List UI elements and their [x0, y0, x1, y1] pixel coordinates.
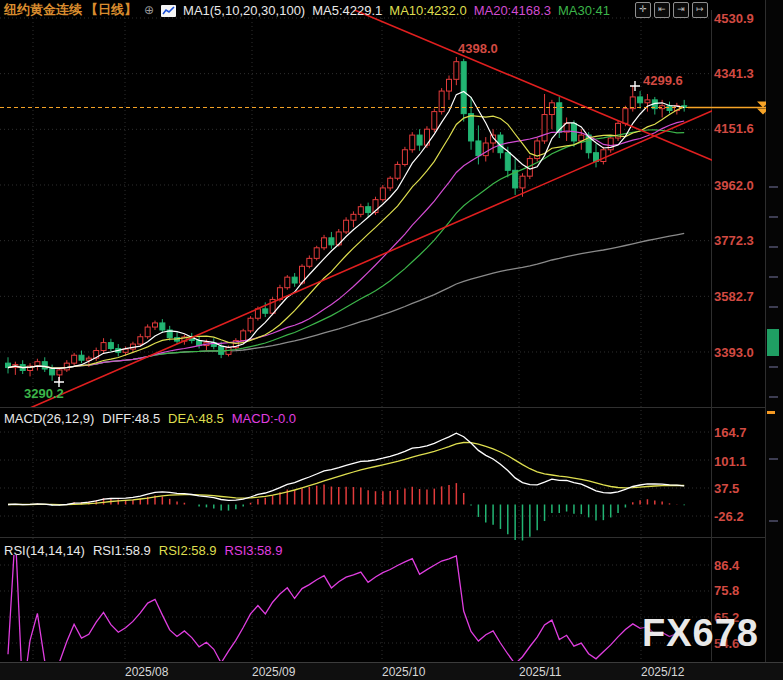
macd-value: MACD:-0.0 [232, 411, 296, 426]
macd-tick: -26.2 [714, 509, 744, 524]
date-tick: 2025/10 [382, 665, 425, 679]
period-label[interactable]: 【日线】 [85, 1, 137, 19]
rsi-tick: 75.8 [714, 583, 739, 598]
right-edge-strip [766, 0, 783, 680]
chart-toolbar: ✛ ⇤ ⇥ ↦ [635, 2, 708, 18]
shift-right-icon[interactable]: ↦ [692, 2, 708, 18]
price-tick: 3962.0 [714, 178, 754, 193]
symbol-name: 纽约黄金连续 [4, 1, 82, 19]
price-tick: 4341.3 [714, 66, 754, 81]
date-tick: 2025/09 [252, 665, 295, 679]
watermark: FX678 [642, 612, 759, 655]
price-tick: 3582.7 [714, 289, 754, 304]
mini-chart-icon[interactable] [161, 5, 176, 17]
trading-chart-app: 纽约黄金连续 【日线】 ⊕ MA1(5,10,20,30,100) MA5:42… [0, 0, 783, 680]
macd-diff-value: DIFF:48.5 [102, 411, 160, 426]
chart-canvas[interactable] [0, 0, 783, 680]
macd-header: MACD(26,12,9) DIFF:48.5 DEA:48.5 MACD:-0… [4, 411, 296, 426]
ma5-value: MA5:4229.1 [312, 3, 382, 18]
low-label: 3290.2 [24, 386, 64, 401]
date-tick: 2025/12 [641, 665, 684, 679]
strip-orange-mark [767, 411, 775, 414]
macd-tick: 164.7 [714, 425, 747, 440]
price-tick: 3772.3 [714, 233, 754, 248]
axis-zoom-right-icon[interactable]: ⇥ [673, 2, 689, 18]
rsi3-value: RSI3:58.9 [225, 543, 283, 558]
macd-tick: 101.1 [714, 454, 747, 469]
swing-high-label: 4299.6 [643, 73, 683, 88]
strip-green-badge [767, 329, 779, 356]
macd-dea-value: DEA:48.5 [168, 411, 224, 426]
ma20-value: MA20:4168.3 [474, 3, 551, 18]
rsi-params-label: RSI(14,14,14) [4, 543, 85, 558]
date-tick: 2025/11 [519, 665, 562, 679]
rsi-tick: 86.4 [714, 558, 739, 573]
peak-high-label: 4398.0 [458, 41, 498, 56]
ma-params-label: MA1(5,10,20,30,100) [183, 3, 305, 18]
price-tick: 3393.0 [714, 345, 754, 360]
date-tick: 2025/08 [125, 665, 168, 679]
crosshair-icon[interactable]: ✛ [635, 2, 651, 18]
macd-tick: 37.5 [714, 481, 739, 496]
ma10-value: MA10:4232.0 [389, 3, 466, 18]
macd-params-label: MACD(26,12,9) [4, 411, 94, 426]
ma30-value: MA30:41 [558, 3, 610, 18]
price-tick: 4151.6 [714, 121, 754, 136]
price-tick: 4530.9 [714, 11, 754, 26]
rsi2-value: RSI2:58.9 [159, 543, 217, 558]
axis-zoom-left-icon[interactable]: ⇤ [654, 2, 670, 18]
rsi1-value: RSI1:58.9 [93, 543, 151, 558]
date-axis[interactable]: 2025/08 2025/09 2025/10 2025/11 2025/12 [0, 662, 783, 680]
add-indicator-icon[interactable]: ⊕ [144, 3, 154, 17]
chart-header: 纽约黄金连续 【日线】 ⊕ MA1(5,10,20,30,100) MA5:42… [4, 1, 610, 19]
rsi-header: RSI(14,14,14) RSI1:58.9 RSI2:58.9 RSI3:5… [4, 543, 282, 558]
